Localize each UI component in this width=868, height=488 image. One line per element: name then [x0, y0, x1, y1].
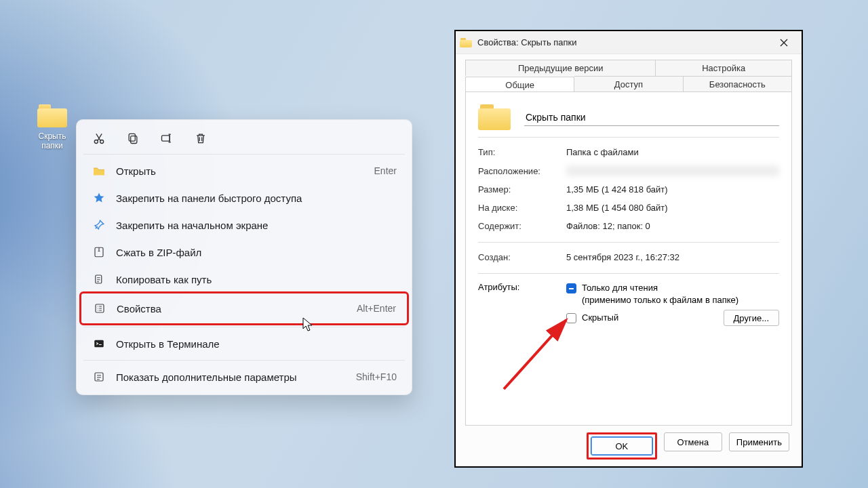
dialog-button-bar: OK Отмена Применить [465, 426, 792, 466]
menu-item-label: Копировать как путь [116, 274, 397, 285]
menu-item-open-terminal[interactable]: Открыть в Терминале [81, 330, 408, 357]
cancel-button[interactable]: Отмена [664, 432, 722, 451]
menu-item-more-options[interactable]: Показать дополнительные параметры Shift+… [81, 363, 408, 390]
value-location [566, 165, 779, 176]
desktop-folder[interactable]: Скрыть папки [27, 104, 77, 150]
separator [83, 327, 405, 327]
folder-icon [478, 104, 511, 130]
zip-icon [92, 246, 106, 258]
separator [83, 154, 405, 155]
svg-rect-3 [129, 134, 135, 141]
label-size-on-disk: На диске: [478, 203, 566, 213]
menu-item-copy-path[interactable]: Копировать как путь [81, 266, 408, 293]
highlight-properties: Свойства Alt+Enter [79, 291, 409, 325]
svg-point-0 [94, 140, 98, 144]
menu-item-open[interactable]: Открыть Enter [81, 157, 408, 184]
menu-item-pin-quick[interactable]: Закрепить на панели быстрого доступа [81, 184, 408, 211]
dialog-title: Свойства: Скрыть папки [477, 37, 770, 47]
close-button[interactable] [770, 33, 797, 52]
folder-name-input[interactable] [524, 109, 779, 126]
ok-button[interactable]: OK [591, 436, 653, 455]
label-type: Тип: [478, 147, 566, 157]
pin-icon [92, 219, 106, 231]
separator [478, 273, 779, 274]
properties-dialog: Свойства: Скрыть папки Предыдущие версии… [454, 30, 803, 468]
context-menu-toolbar [81, 124, 408, 151]
terminal-icon [92, 338, 106, 350]
desktop-folder-label: Скрыть папки [27, 131, 77, 150]
menu-item-shortcut: Shift+F10 [356, 371, 397, 382]
checkbox-readonly[interactable] [566, 283, 576, 293]
menu-item-label: Открыть в Терминале [116, 338, 397, 350]
general-tab-panel: Тип:Папка с файлами Расположение: Размер… [465, 92, 792, 426]
svg-rect-2 [131, 136, 137, 144]
folder-icon [460, 38, 472, 47]
svg-line-10 [504, 320, 566, 389]
label-location: Расположение: [478, 166, 566, 176]
label-contains: Содержит: [478, 221, 566, 231]
label-created: Создан: [478, 252, 566, 262]
value-size-on-disk: 1,38 МБ (1 454 080 байт) [566, 203, 779, 213]
dialog-titlebar[interactable]: Свойства: Скрыть папки [456, 31, 802, 54]
properties-icon [92, 302, 107, 314]
tab-sharing[interactable]: Доступ [574, 76, 683, 92]
star-icon [92, 192, 106, 204]
menu-item-label: Свойства [117, 303, 357, 314]
other-attributes-button[interactable]: Другие... [724, 310, 779, 326]
dialog-tabs: Предыдущие версии Настройка Общие Доступ… [465, 60, 792, 92]
separator [478, 137, 779, 138]
tab-previous-versions[interactable]: Предыдущие версии [465, 60, 656, 76]
label-size: Размер: [478, 184, 566, 195]
tab-security[interactable]: Безопасность [684, 76, 792, 92]
label-attributes: Атрибуты: [478, 282, 566, 326]
folder-icon [37, 104, 67, 127]
menu-item-pin-start[interactable]: Закрепить на начальном экране [81, 211, 408, 239]
more-options-icon [92, 371, 106, 383]
separator [478, 242, 779, 243]
value-type: Папка с файлами [566, 147, 779, 157]
menu-item-zip[interactable]: Сжать в ZIP-файл [81, 239, 408, 266]
delete-icon[interactable] [193, 131, 208, 146]
cut-icon[interactable] [92, 131, 106, 146]
svg-rect-4 [162, 136, 170, 141]
context-menu: Открыть Enter Закрепить на панели быстро… [76, 119, 412, 395]
menu-item-label: Сжать в ZIP-файл [116, 247, 397, 258]
menu-item-properties[interactable]: Свойства Alt+Enter [81, 293, 407, 323]
copy-icon[interactable] [125, 131, 140, 146]
rename-icon[interactable] [159, 131, 174, 146]
apply-button[interactable]: Применить [729, 432, 789, 451]
menu-item-label: Закрепить на панели быстрого доступа [116, 192, 397, 204]
menu-item-label: Открыть [116, 165, 374, 177]
attr-readonly: Только для чтения (применимо только к фа… [582, 282, 738, 306]
highlight-ok: OK [587, 432, 657, 460]
folder-open-icon [92, 165, 106, 176]
checkbox-hidden[interactable] [566, 313, 576, 323]
separator [83, 360, 405, 361]
svg-point-1 [100, 140, 104, 144]
menu-item-label: Закрепить на начальном экране [116, 220, 397, 231]
menu-item-shortcut: Alt+Enter [357, 303, 396, 314]
value-size: 1,35 МБ (1 424 818 байт) [566, 184, 779, 195]
menu-item-label: Показать дополнительные параметры [116, 371, 356, 383]
menu-item-shortcut: Enter [374, 165, 397, 176]
value-created: 5 сентября 2023 г., 16:27:32 [566, 252, 779, 262]
tab-general[interactable]: Общие [465, 77, 574, 93]
attr-hidden: Скрытый [582, 312, 618, 324]
value-contains: Файлов: 12; папок: 0 [566, 221, 779, 231]
copy-path-icon [92, 273, 106, 285]
svg-rect-8 [94, 340, 104, 348]
tab-customize[interactable]: Настройка [656, 60, 792, 76]
